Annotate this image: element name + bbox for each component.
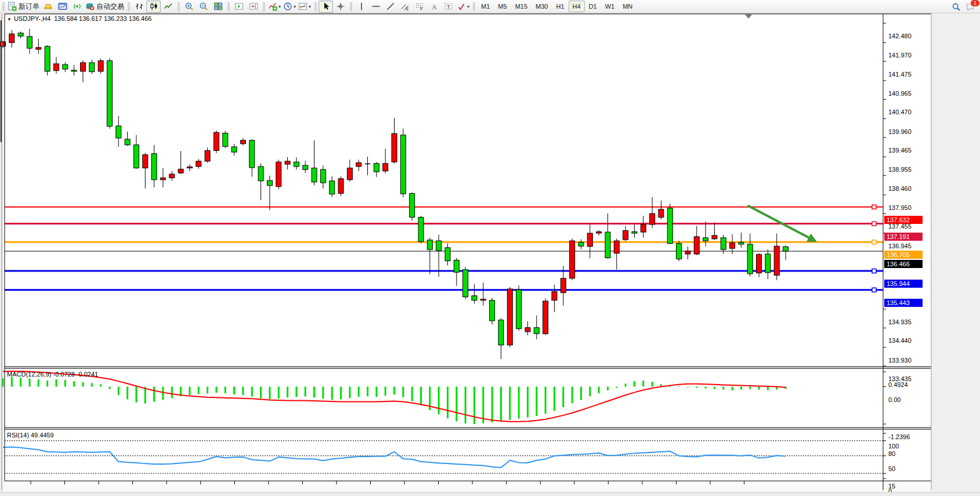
toolbar-market-window-button[interactable] <box>55 1 70 13</box>
toolbar-group-handle <box>128 2 130 11</box>
resistance-line-2-handle[interactable] <box>872 222 876 226</box>
candle <box>338 176 343 196</box>
candle <box>276 160 281 189</box>
toolbar-tile-windows-button[interactable] <box>211 1 225 13</box>
toolbar-bar-chart-mode-button[interactable] <box>132 1 146 13</box>
svg-text:T: T <box>447 4 450 10</box>
toolbar-group-handle <box>227 2 230 11</box>
toolbar-periods-button[interactable]: ▾ <box>282 1 297 13</box>
toolbar-horizontal-line-tool-button[interactable] <box>368 1 383 13</box>
toolbar-text-label-tool-button[interactable]: T <box>441 1 455 13</box>
pivot-line-handle[interactable] <box>872 240 876 244</box>
toolbar-autotrading-button[interactable]: 自动交易 <box>84 1 125 13</box>
chevron-down-icon[interactable]: ▾ <box>309 4 311 9</box>
candle <box>490 298 495 324</box>
candle <box>543 298 548 335</box>
toolbar-auto-scroll-button[interactable] <box>232 1 246 13</box>
main-toolbar: 新订单自动交易▾▾▾EFAT▾M1M5M15M30H1H4D1W1MN1 <box>0 0 980 13</box>
search-icon <box>952 2 961 12</box>
chevron-down-icon[interactable]: ▾ <box>467 4 469 9</box>
notification-badge: 1 <box>970 0 980 7</box>
vline-icon <box>357 2 366 11</box>
support-line-2-handle[interactable] <box>872 288 876 292</box>
ohlc-close: 136.466 <box>129 15 152 22</box>
candle <box>677 241 682 261</box>
signal-icon <box>73 2 82 11</box>
price-chart[interactable] <box>0 13 980 496</box>
toolbar-search-button[interactable] <box>949 1 963 13</box>
ohlc-low: 136.233 <box>104 15 127 22</box>
toolbar-crosshair-tool-button[interactable] <box>333 1 348 13</box>
chevron-down-icon[interactable]: ▾ <box>294 4 296 9</box>
toolbar-group-handle <box>263 2 265 11</box>
trendline-icon <box>386 2 395 11</box>
chart-title[interactable]: ▼USDJPY-,H4 136.584 136.617 136.233 136.… <box>7 15 151 22</box>
line-chart-icon <box>164 2 173 11</box>
timeframe-mn-button[interactable]: MN <box>619 1 637 12</box>
toolbar-group-handle <box>314 2 317 11</box>
timeframe-d1-button[interactable]: D1 <box>585 1 601 12</box>
hline-icon <box>371 2 381 11</box>
crosshair-icon <box>336 2 345 11</box>
candle <box>45 45 50 75</box>
bar-chart-icon <box>135 2 144 11</box>
fibo-icon: F <box>415 2 424 11</box>
toolbar-text-tool-button[interactable]: A <box>426 1 441 13</box>
candle <box>418 216 424 244</box>
timeframe-m5-button[interactable]: M5 <box>494 1 511 12</box>
status-bar <box>0 492 980 496</box>
toolbar-group-handle <box>350 2 352 11</box>
zoom-out-icon <box>199 2 208 11</box>
text-icon: A <box>429 2 439 11</box>
toolbar-fibonacci-tool-button[interactable]: F <box>412 1 426 13</box>
candlestick-icon <box>149 2 158 11</box>
chart-title-collapse-icon[interactable]: ▼ <box>7 17 12 22</box>
toolbar-templates-button[interactable]: ▾ <box>297 1 312 13</box>
toolbar-vertical-line-tool-button[interactable] <box>354 1 368 13</box>
toolbar-equidistant-channel-tool-button[interactable]: E <box>397 1 412 13</box>
toolbar-notifications-button[interactable]: 1 <box>963 1 978 13</box>
toolbar-group-handle <box>178 2 180 11</box>
svg-text:A: A <box>432 3 437 11</box>
toolbar-line-chart-mode-button[interactable] <box>161 1 175 13</box>
toolbar-cursor-tool-button[interactable] <box>319 1 333 13</box>
chevron-down-icon[interactable]: ▾ <box>279 4 281 9</box>
cursor-icon <box>321 2 331 11</box>
toolbar-zoom-in-button[interactable] <box>182 1 196 13</box>
toolbar-gold-ingot-button[interactable] <box>41 1 55 13</box>
resistance-line-1-handle[interactable] <box>872 205 876 209</box>
svg-text:E: E <box>406 7 409 11</box>
candle <box>107 58 112 129</box>
toolbar-add-indicator-button[interactable]: ▾ <box>267 1 282 13</box>
timeframe-h4-button[interactable]: H4 <box>569 1 585 12</box>
ingot-icon <box>44 2 53 11</box>
toolbar-zoom-out-button[interactable] <box>196 1 211 13</box>
toolbar-autotrading-label: 自动交易 <box>96 2 124 12</box>
channel-icon: E <box>400 2 410 11</box>
toolbar-arrows-tool-button[interactable]: ▾ <box>455 1 471 13</box>
timeframe-w1-button[interactable]: W1 <box>601 1 619 12</box>
toolbar-group-handle <box>2 2 5 11</box>
template-icon <box>298 2 308 11</box>
toolbar-trendline-tool-button[interactable] <box>383 1 397 13</box>
chart-symbol: USDJPY-,H4 <box>14 15 50 22</box>
arrows-icon <box>457 2 466 11</box>
toolbar-group-handle <box>473 2 475 11</box>
timeframe-h1-button[interactable]: H1 <box>552 1 568 12</box>
toolbar-candlestick-mode-button[interactable] <box>146 1 161 13</box>
zoom-in-icon <box>185 2 194 11</box>
candle <box>667 204 672 244</box>
mt4-terminal-window: { "toolbar": { "groups": [ {"items": [ {… <box>0 0 980 496</box>
candle <box>98 59 103 74</box>
timeframe-m30-button[interactable]: M30 <box>531 1 552 12</box>
svg-text:F: F <box>420 7 422 11</box>
candle <box>463 267 468 299</box>
timeframe-m1-button[interactable]: M1 <box>477 1 494 12</box>
ohlc-open: 136.584 <box>54 15 77 22</box>
toolbar-chart-shift-button[interactable] <box>246 1 261 13</box>
candle <box>410 192 415 220</box>
toolbar-signals-button[interactable] <box>70 1 84 13</box>
toolbar-new-order-button[interactable]: 新订单 <box>6 1 41 13</box>
support-line-1-handle[interactable] <box>872 269 876 273</box>
timeframe-m15-button[interactable]: M15 <box>511 1 531 12</box>
